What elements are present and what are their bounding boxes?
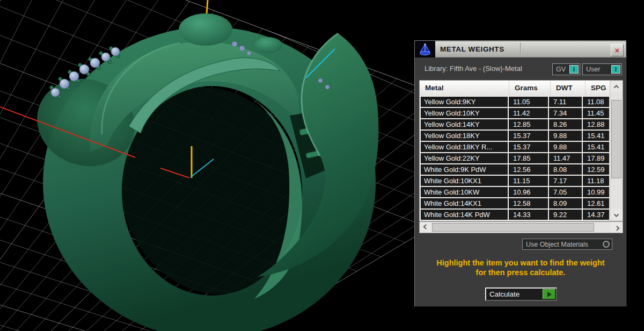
scroll-left-icon xyxy=(423,224,428,229)
metal-cell[interactable]: White Gold:10KX1 xyxy=(421,176,508,186)
calculate-button[interactable]: Calculate xyxy=(485,287,557,301)
scroll-right-button[interactable] xyxy=(611,222,623,233)
table-row[interactable]: Yellow Gold:14KY 12.85 8.26 12.88 xyxy=(421,119,609,129)
dwt-cell[interactable]: 8.09 xyxy=(549,198,582,208)
table-header: Metal Grams DWT SPG xyxy=(420,81,610,96)
scroll-down-button[interactable] xyxy=(610,210,623,220)
horizontal-scrollbar[interactable] xyxy=(419,221,623,233)
user-toggle[interactable]: User I xyxy=(582,63,622,75)
grams-cell[interactable]: 10.96 xyxy=(509,187,548,197)
spg-cell[interactable]: 12.88 xyxy=(583,119,609,129)
table-row[interactable]: White Gold:14KX1 12.58 8.09 12.61 xyxy=(421,198,609,208)
instruction-text: Highlight the item you want to find the … xyxy=(415,258,626,277)
metal-cell[interactable]: Yellow Gold:9KY xyxy=(421,97,508,107)
gv-label: GV xyxy=(553,66,569,73)
dwt-cell[interactable]: 7.05 xyxy=(549,187,582,197)
gv-indicator-icon[interactable]: I xyxy=(569,65,579,74)
metal-weights-scale-icon xyxy=(415,41,435,57)
table-row[interactable]: Yellow Gold:22KY 17.85 11.47 17.89 xyxy=(421,153,609,163)
spg-cell[interactable]: 15.41 xyxy=(583,142,609,152)
dwt-cell[interactable]: 7.17 xyxy=(549,176,582,186)
dwt-cell[interactable]: 7.34 xyxy=(549,108,582,118)
z-axis-yellow-top xyxy=(207,0,208,13)
spg-cell[interactable]: 14.37 xyxy=(583,210,609,220)
table-row[interactable]: Yellow Gold:10KY 11.42 7.34 11.45 xyxy=(421,108,609,118)
scroll-left-button[interactable] xyxy=(420,222,431,233)
grams-cell[interactable]: 11.05 xyxy=(509,97,548,107)
scroll-right-icon xyxy=(614,225,619,231)
dwt-cell[interactable]: 8.26 xyxy=(549,119,582,129)
horizontal-scrollbar-thumb[interactable] xyxy=(432,223,594,232)
spg-cell[interactable]: 11.18 xyxy=(583,176,609,186)
table-row[interactable]: Yellow Gold:18KY R... 15.37 9.88 15.41 xyxy=(421,142,609,152)
spg-cell[interactable]: 17.89 xyxy=(583,153,609,163)
dwt-cell[interactable]: 7.11 xyxy=(549,97,582,107)
table-row[interactable]: White Gold:9K PdW 12.56 8.08 12.59 xyxy=(421,164,609,175)
table-row[interactable]: Yellow Gold:9KY 11.05 7.11 11.08 xyxy=(421,97,609,107)
table-row[interactable]: Yellow Gold:18KY 15.37 9.88 15.41 xyxy=(421,131,609,141)
column-header-grams[interactable]: Grams xyxy=(509,81,551,96)
app-window: METAL WEIGHTS × Library: Fifth Ave - (Sl… xyxy=(0,0,644,331)
vertical-scrollbar[interactable] xyxy=(610,81,623,221)
grams-cell[interactable]: 14.33 xyxy=(509,210,548,220)
ring-model[interactable] xyxy=(26,13,379,331)
table-row[interactable]: White Gold:10KW 10.96 7.05 10.99 xyxy=(421,187,609,197)
user-indicator-icon[interactable]: I xyxy=(611,65,620,74)
grams-cell[interactable]: 11.15 xyxy=(509,176,548,186)
titlebar-strip[interactable]: METAL WEIGHTS × xyxy=(435,41,626,57)
dwt-cell[interactable]: 11.47 xyxy=(549,153,582,163)
metal-cell[interactable]: Yellow Gold:10KY xyxy=(421,108,508,118)
ring-top-dome xyxy=(179,13,232,46)
spg-cell[interactable]: 10.99 xyxy=(583,187,609,197)
spg-cell[interactable]: 12.59 xyxy=(583,164,609,175)
grams-cell[interactable]: 12.58 xyxy=(509,198,548,208)
dialog-titlebar[interactable]: METAL WEIGHTS × xyxy=(415,41,626,57)
metal-weights-dialog: METAL WEIGHTS × Library: Fifth Ave - (Sl… xyxy=(414,40,627,307)
dwt-cell[interactable]: 9.88 xyxy=(549,131,582,141)
spg-cell[interactable]: 15.41 xyxy=(583,131,609,141)
scroll-up-icon xyxy=(614,84,619,90)
ring-top-bump xyxy=(254,37,282,53)
dwt-cell[interactable]: 9.22 xyxy=(549,210,582,220)
metal-cell[interactable]: White Gold:10KW xyxy=(421,187,508,197)
column-header-dwt[interactable]: DWT xyxy=(551,81,586,96)
titlebar-divider xyxy=(520,43,521,55)
spg-cell[interactable]: 11.08 xyxy=(583,97,609,107)
column-header-spg[interactable]: SPG xyxy=(586,81,610,96)
spg-cell[interactable]: 11.45 xyxy=(583,108,609,118)
grams-cell[interactable]: 12.85 xyxy=(509,119,548,129)
grams-cell[interactable]: 15.37 xyxy=(509,142,548,152)
scroll-up-button[interactable] xyxy=(610,81,623,92)
dwt-cell[interactable]: 9.88 xyxy=(549,142,582,152)
metal-cell[interactable]: White Gold:9K PdW xyxy=(421,164,508,175)
table-row[interactable]: White Gold:14K PdW 14.33 9.22 14.37 xyxy=(421,210,609,220)
metal-cell[interactable]: White Gold:14KX1 xyxy=(421,198,508,208)
gv-toggle[interactable]: GV I xyxy=(552,63,580,75)
table-body: Yellow Gold:9KY 11.05 7.11 11.08 Yellow … xyxy=(420,96,610,221)
spg-cell[interactable]: 12.61 xyxy=(583,198,609,208)
metal-cell[interactable]: Yellow Gold:18KY R... xyxy=(421,142,508,152)
grams-cell[interactable]: 11.42 xyxy=(509,108,548,118)
metal-weights-table: Metal Grams DWT SPG Yellow Gold:9KY 11.0… xyxy=(419,80,623,221)
calculate-label: Calculate xyxy=(486,290,543,298)
use-object-materials-toggle[interactable]: Use Object Materials xyxy=(522,239,612,250)
metal-cell[interactable]: White Gold:14K PdW xyxy=(421,210,508,220)
metal-cell[interactable]: Yellow Gold:18KY xyxy=(421,131,508,141)
user-label: User xyxy=(583,66,611,73)
metal-cell[interactable]: Yellow Gold:14KY xyxy=(421,119,508,129)
play-icon[interactable] xyxy=(543,289,555,299)
radio-icon[interactable] xyxy=(603,241,610,248)
instruction-line-1: Highlight the item you want to find the … xyxy=(415,258,626,268)
dialog-title: METAL WEIGHTS xyxy=(435,45,504,53)
metal-cell[interactable]: Yellow Gold:22KY xyxy=(421,153,508,163)
column-header-metal[interactable]: Metal xyxy=(420,81,509,96)
instruction-line-2: for then press calculate. xyxy=(415,268,626,277)
library-label: Library: Fifth Ave - (Slow)-Metal xyxy=(425,64,522,73)
grams-cell[interactable]: 12.56 xyxy=(509,164,548,175)
table-row[interactable]: White Gold:10KX1 11.15 7.17 11.18 xyxy=(421,176,609,186)
vertical-scrollbar-thumb[interactable] xyxy=(611,100,621,178)
close-icon[interactable]: × xyxy=(611,44,624,56)
dwt-cell[interactable]: 8.08 xyxy=(549,164,582,175)
grams-cell[interactable]: 17.85 xyxy=(509,153,548,163)
grams-cell[interactable]: 15.37 xyxy=(509,131,548,141)
